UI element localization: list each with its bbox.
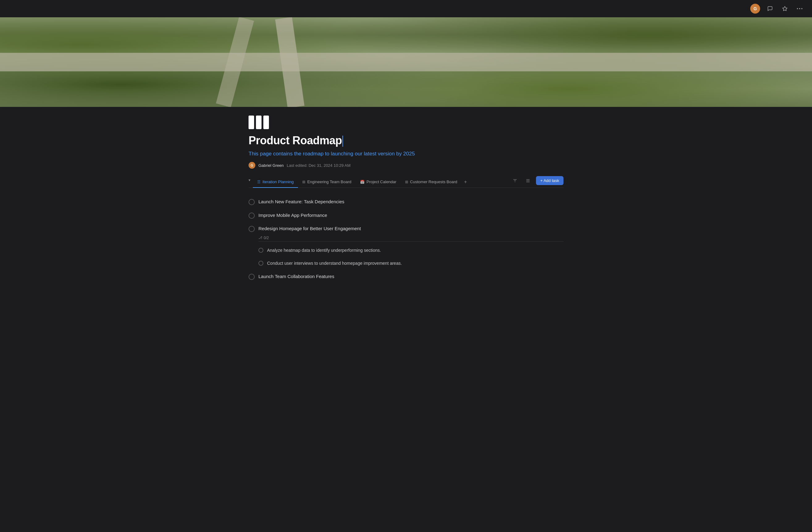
chat-icon[interactable] [765, 4, 775, 14]
subtask-label: Analyze heatmap data to identify underpe… [267, 247, 381, 254]
task-checkbox[interactable] [248, 212, 255, 219]
svg-point-1 [797, 8, 798, 9]
add-tab-button[interactable]: + [462, 177, 469, 187]
author-avatar: G [248, 162, 255, 169]
author-row: G Gabriel Green Last edited: Dec 31, 202… [248, 162, 564, 169]
icon-bar-center [256, 115, 261, 129]
task-item: Launch New Feature: Task Dependencies [248, 195, 564, 209]
task-checkbox[interactable] [248, 274, 255, 280]
tab-engineering-team-board[interactable]: ⊞ Engineering Team Board [298, 177, 356, 188]
tab-engineering-team-board-label: Engineering Team Board [307, 180, 351, 184]
settings-button[interactable] [523, 177, 533, 184]
task-label: Redesign Homepage for Better User Engage… [258, 225, 361, 232]
icon-bar-left [248, 115, 254, 129]
subtask-item: Analyze heatmap data to identify underpe… [258, 244, 564, 257]
svg-marker-0 [783, 6, 787, 11]
task-label: Improve Mobile App Performance [258, 212, 327, 219]
page-title: Product Roadmap [248, 134, 564, 147]
top-bar: G [0, 0, 812, 17]
hero-banner [0, 17, 812, 107]
tab-customer-requests-board[interactable]: ⊞ Customer Requests Board [401, 177, 462, 188]
task-item: Redesign Homepage for Better User Engage… [248, 222, 564, 236]
subtask-checkbox[interactable] [258, 261, 263, 266]
calendar-icon: 📅 [360, 180, 365, 184]
more-options-icon[interactable] [795, 4, 804, 14]
app-icon [248, 115, 564, 129]
task-list: Launch New Feature: Task Dependencies Im… [248, 195, 564, 283]
subtask-label: Conduct user interviews to understand ho… [267, 260, 402, 267]
subtask-count-label: 0/2 [264, 236, 269, 240]
cursor [343, 136, 343, 147]
map-icon [248, 115, 564, 129]
filter-button[interactable] [510, 177, 520, 184]
list-icon: ☰ [257, 180, 261, 184]
subtask-branch-icon: ⎇ [258, 236, 262, 240]
subtask-divider [258, 241, 564, 242]
author-name: Gabriel Green [258, 163, 284, 168]
icon-bar-right [263, 115, 269, 129]
main-content: Product Roadmap This page contains the r… [236, 107, 576, 532]
subtask-checkbox[interactable] [258, 248, 263, 253]
hero-road-horizontal [0, 53, 812, 71]
user-avatar[interactable]: G [750, 4, 760, 14]
task-label: Launch New Feature: Task Dependencies [258, 198, 344, 206]
board-icon: ⊞ [302, 180, 305, 184]
star-icon[interactable] [780, 4, 790, 14]
tabs-actions: + Add task [510, 176, 564, 187]
page-subtitle: This page contains the roadmap to launch… [248, 151, 564, 157]
tab-project-calendar-label: Project Calendar [366, 180, 396, 184]
tab-iteration-planning[interactable]: ☰ Iteration Planning [253, 177, 298, 188]
last-edited-timestamp: Last edited: Dec 31, 2024 10:29 AM [287, 163, 351, 168]
app-container: G [0, 0, 812, 532]
task-checkbox[interactable] [248, 199, 255, 205]
subtask-item: Conduct user interviews to understand ho… [258, 257, 564, 270]
svg-point-3 [801, 8, 802, 9]
board2-icon: ⊞ [405, 180, 408, 184]
tabs-bar: ▾ ☰ Iteration Planning ⊞ Engineering Tea… [248, 176, 564, 188]
tab-iteration-planning-label: Iteration Planning [262, 180, 294, 184]
tabs-dropdown-arrow[interactable]: ▾ [248, 178, 253, 186]
task-checkbox[interactable] [248, 226, 255, 232]
tab-customer-requests-board-label: Customer Requests Board [410, 180, 457, 184]
task-item: Launch Team Collaboration Features [248, 270, 564, 284]
tab-project-calendar[interactable]: 📅 Project Calendar [356, 177, 401, 188]
task-label: Launch Team Collaboration Features [258, 273, 334, 280]
task-item: Improve Mobile App Performance [248, 209, 564, 222]
subtask-count-row: ⎇ 0/2 [258, 236, 564, 240]
svg-point-2 [799, 8, 800, 9]
add-task-button[interactable]: + Add task [536, 176, 564, 185]
